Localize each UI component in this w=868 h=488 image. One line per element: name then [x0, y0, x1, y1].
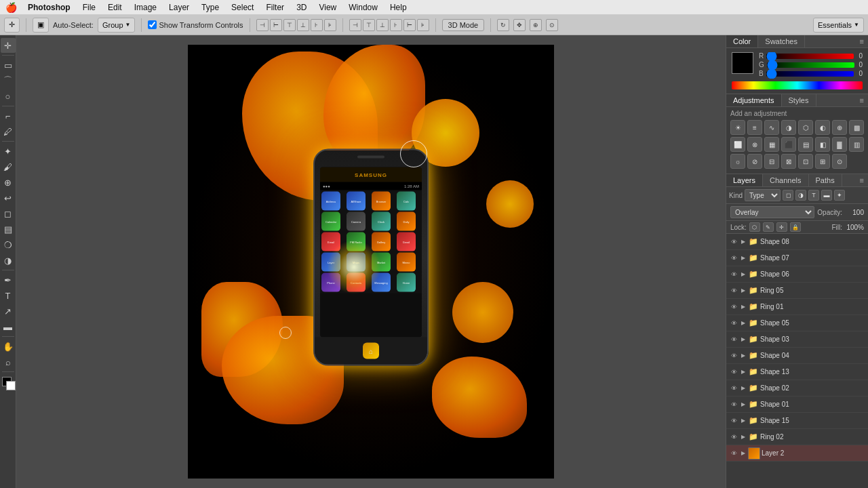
- color-panel-collapse[interactable]: ≡: [856, 35, 868, 47]
- curves-icon[interactable]: ∿: [764, 120, 779, 135]
- move-tool[interactable]: ✛: [1, 38, 16, 53]
- tab-adjustments[interactable]: Adjustments: [726, 94, 782, 106]
- layer-item-shape-05[interactable]: 👁▶📁Shape 05: [726, 315, 868, 331]
- menu-file[interactable]: File: [77, 1, 101, 14]
- blur-tool[interactable]: ❍: [1, 237, 16, 252]
- filter-shape-icon[interactable]: ▬: [821, 190, 832, 201]
- ellipse-tool[interactable]: ○: [1, 89, 16, 104]
- photo-filter-icon[interactable]: ⬜: [730, 137, 745, 152]
- exposure-icon[interactable]: ◑: [781, 120, 796, 135]
- blend-mode-select[interactable]: Overlay: [730, 206, 814, 218]
- bw-icon[interactable]: ▩: [849, 120, 864, 135]
- filter-type-icon[interactable]: T: [808, 190, 819, 201]
- align-middle[interactable]: ⊦: [311, 19, 323, 31]
- layer-item-shape-01[interactable]: 👁▶📁Shape 01: [726, 396, 868, 413]
- crop-tool[interactable]: ⌐: [1, 108, 16, 123]
- filter-smart-icon[interactable]: ✦: [834, 190, 845, 201]
- shape-tool[interactable]: ▬: [1, 319, 16, 334]
- eye-icon-10[interactable]: 👁: [729, 400, 738, 409]
- layer-item-ring-02[interactable]: 👁▶📁Ring 02: [726, 429, 868, 445]
- menu-3d[interactable]: 3D: [291, 1, 312, 14]
- lock-transparent-btn[interactable]: ⬡: [749, 222, 760, 232]
- lock-all-btn[interactable]: 🔒: [790, 222, 801, 232]
- pen-tool[interactable]: ✒: [1, 272, 16, 287]
- dodge-tool[interactable]: ◑: [1, 253, 16, 268]
- hue-sat-icon[interactable]: ◐: [815, 120, 830, 135]
- layer-item-ring-05[interactable]: 👁▶📁Ring 05: [726, 283, 868, 299]
- align-right[interactable]: ⊤: [283, 19, 296, 31]
- hue-icon-2[interactable]: ⊠: [781, 154, 796, 169]
- workspace-selector[interactable]: Essentials ▼: [813, 18, 864, 33]
- menu-window[interactable]: Window: [343, 1, 383, 14]
- lock-pixels-btn[interactable]: ✎: [763, 222, 774, 232]
- lock-position-btn[interactable]: ✛: [776, 222, 787, 232]
- background-color[interactable]: [6, 381, 16, 390]
- show-transform-label[interactable]: Show Transform Controls: [148, 20, 243, 29]
- layer-item-shape-07[interactable]: 👁▶📁Shape 07: [726, 250, 868, 266]
- menu-image[interactable]: Image: [129, 1, 162, 14]
- menu-select[interactable]: Select: [226, 1, 259, 14]
- dist-1[interactable]: ⊣: [349, 19, 361, 31]
- invert-icon[interactable]: ⬛: [781, 137, 796, 152]
- foreground-background-colors[interactable]: [1, 375, 16, 390]
- eye-icon-2[interactable]: 👁: [729, 270, 738, 279]
- menu-type[interactable]: Type: [196, 1, 224, 14]
- dist-6[interactable]: ⊧: [417, 19, 429, 31]
- zoom-3d[interactable]: ⊕: [530, 19, 542, 31]
- group-select-dropdown[interactable]: Group▼: [98, 18, 136, 33]
- 3d-mode-button[interactable]: 3D Mode: [442, 19, 485, 31]
- hand-tool[interactable]: ✋: [1, 339, 16, 354]
- rotate-3d[interactable]: ↻: [497, 19, 509, 31]
- layer-item-shape-08[interactable]: 👁▶📁Shape 08: [726, 234, 868, 250]
- eye-icon-4[interactable]: 👁: [729, 302, 738, 312]
- menu-filter[interactable]: Filter: [260, 1, 290, 14]
- tab-styles[interactable]: Styles: [782, 94, 816, 106]
- layer-item-shape-02[interactable]: 👁▶📁Shape 02: [726, 380, 868, 396]
- tab-swatches[interactable]: Swatches: [758, 35, 805, 47]
- tab-layers[interactable]: Layers: [726, 174, 763, 186]
- eye-icon-6[interactable]: 👁: [729, 335, 738, 344]
- eye-icon-1[interactable]: 👁: [729, 253, 738, 263]
- brightness-contrast-icon[interactable]: ☀: [730, 120, 745, 135]
- canvas-area[interactable]: SAMSUNG ●●●1:28 AM Address AllShare Brow…: [16, 35, 726, 488]
- green-slider[interactable]: [767, 62, 854, 68]
- eye-icon-3[interactable]: 👁: [729, 286, 738, 296]
- dist-2[interactable]: ⊤: [363, 19, 375, 31]
- color-preview-swatch[interactable]: [732, 52, 753, 74]
- layer-item-shape-15[interactable]: 👁▶📁Shape 15: [726, 413, 868, 429]
- eraser-tool[interactable]: ◻: [1, 206, 16, 221]
- apple-menu[interactable]: 🍎: [5, 2, 17, 13]
- spot-heal-tool[interactable]: ✦: [1, 144, 16, 159]
- adj-panel-collapse[interactable]: ≡: [856, 94, 868, 106]
- dist-3[interactable]: ⊥: [376, 19, 389, 31]
- brightness-icon-2[interactable]: ☼: [730, 154, 745, 169]
- align-left[interactable]: ⊣: [256, 19, 269, 31]
- dist-4[interactable]: ⊦: [390, 19, 402, 31]
- posterize-icon[interactable]: ▤: [798, 137, 813, 152]
- gradient-tool[interactable]: ▤: [1, 222, 16, 237]
- dist-5[interactable]: ⊢: [403, 19, 416, 31]
- menu-layer[interactable]: Layer: [163, 1, 195, 14]
- eye-icon-11[interactable]: 👁: [729, 416, 738, 426]
- channel-mixer-icon[interactable]: ⊗: [747, 137, 762, 152]
- red-slider[interactable]: [766, 54, 854, 59]
- spectrum-bar[interactable]: [732, 81, 863, 89]
- tab-color[interactable]: Color: [726, 35, 758, 47]
- show-transform-checkbox[interactable]: [148, 20, 157, 29]
- type-tool[interactable]: T: [1, 288, 16, 303]
- tab-channels[interactable]: Channels: [763, 174, 808, 186]
- layer-item-shape-06[interactable]: 👁▶📁Shape 06: [726, 266, 868, 283]
- layer-item-shape-13[interactable]: 👁▶📁Shape 13: [726, 364, 868, 380]
- filter-pixel-icon[interactable]: ◻: [783, 190, 793, 201]
- layer-item-ring-01[interactable]: 👁▶📁Ring 01: [726, 299, 868, 315]
- eye-icon-5[interactable]: 👁: [729, 319, 738, 328]
- eye-icon-9[interactable]: 👁: [729, 384, 738, 393]
- levels-icon[interactable]: ≡: [747, 120, 762, 135]
- lasso-tool[interactable]: ⌒: [1, 73, 16, 88]
- vibrance-icon[interactable]: ⬡: [798, 120, 813, 135]
- color-icon-2[interactable]: ⊡: [798, 154, 813, 169]
- threshold-icon[interactable]: ◧: [815, 137, 830, 152]
- color-lookup-icon[interactable]: ▦: [764, 137, 779, 152]
- eye-icon-13[interactable]: 👁: [729, 449, 738, 458]
- selective-color-icon[interactable]: ▥: [849, 137, 864, 152]
